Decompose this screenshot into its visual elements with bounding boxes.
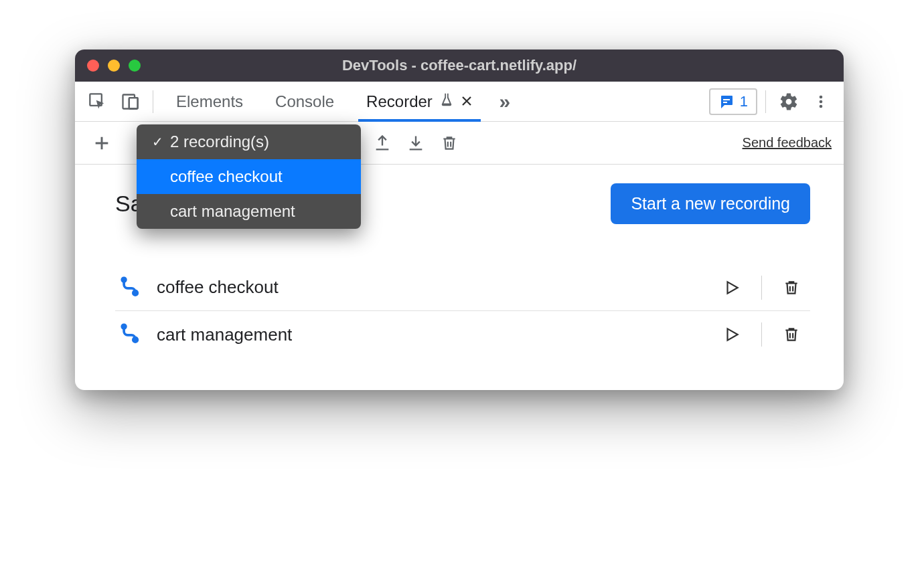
export-icon[interactable] [368,128,397,158]
recording-name: cart management [157,324,702,345]
flow-icon [119,275,142,300]
import-icon[interactable] [401,128,431,158]
dropdown-summary-label: 2 recording(s) [170,132,269,151]
svg-point-12 [133,338,138,343]
separator [153,90,153,113]
tab-console[interactable]: Console [260,82,349,121]
window-close-button[interactable] [87,60,99,72]
delete-recording-icon[interactable] [777,273,806,302]
dropdown-summary-item[interactable]: ✓ 2 recording(s) [137,124,361,159]
inspect-element-icon[interactable] [83,87,112,116]
delete-all-icon[interactable] [435,128,464,158]
dropdown-item-selected[interactable]: coffee checkout [137,159,361,194]
flask-icon [439,92,454,111]
separator [761,322,762,347]
recording-name: coffee checkout [157,277,702,298]
dropdown-item[interactable]: cart management [137,194,361,229]
new-recording-icon[interactable] [87,128,117,158]
tab-label: Console [275,92,334,111]
separator [765,90,766,113]
svg-rect-2 [129,98,138,108]
settings-icon[interactable] [774,87,803,116]
device-toggle-icon[interactable] [115,87,145,116]
check-icon: ✓ [151,134,163,150]
devtools-window: DevTools - coffee-cart.netlify.app/ Elem… [75,50,844,390]
recording-row[interactable]: coffee checkout [115,264,810,311]
window-minimize-button[interactable] [108,60,120,72]
svg-rect-5 [723,102,727,103]
recording-row[interactable]: cart management [115,311,810,358]
recordings-dropdown[interactable]: ✓ 2 recording(s) coffee checkout cart ma… [137,124,361,229]
close-tab-icon[interactable] [461,92,473,111]
window-title: DevTools - coffee-cart.netlify.app/ [75,57,844,74]
recordings-list: coffee checkout cart management [115,264,810,358]
svg-point-7 [820,100,823,103]
send-feedback-link[interactable]: Send feedback [743,135,832,151]
more-tabs-icon[interactable]: » [490,90,520,113]
window-maximize-button[interactable] [129,60,141,72]
kebab-menu-icon[interactable] [806,87,836,116]
message-icon [718,94,735,110]
svg-point-10 [133,290,138,295]
play-recording-icon[interactable] [717,320,747,349]
tab-recorder[interactable]: Recorder [352,82,487,121]
traffic-lights [87,60,141,72]
issues-badge[interactable]: 1 [709,88,757,115]
dropdown-item-label: coffee checkout [170,167,283,186]
tab-label: Elements [176,92,243,111]
tab-label: Recorder [366,92,433,111]
separator [761,276,762,300]
start-recording-button[interactable]: Start a new recording [611,183,810,224]
delete-recording-icon[interactable] [777,320,806,349]
flow-icon [119,322,142,347]
tab-elements[interactable]: Elements [161,82,258,121]
play-recording-icon[interactable] [717,273,747,302]
svg-rect-4 [723,99,730,100]
dropdown-item-label: cart management [170,202,295,221]
devtools-tabs-row: Elements Console Recorder » 1 [75,82,844,122]
titlebar: DevTools - coffee-cart.netlify.app/ [75,50,844,82]
issues-count: 1 [740,93,748,110]
svg-point-8 [820,104,823,108]
svg-point-6 [820,95,823,98]
